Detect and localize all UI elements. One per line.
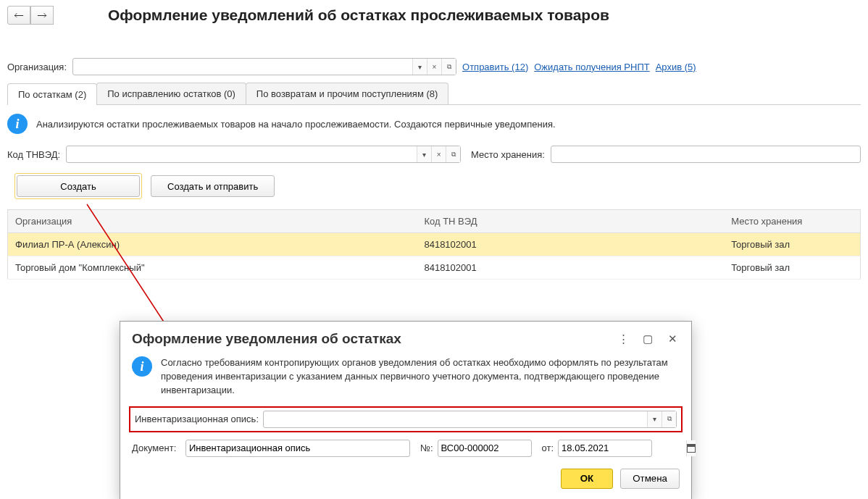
tab-corrections[interactable]: По исправлению остатков (0) — [96, 83, 246, 104]
tab-remains[interactable]: По остаткам (2) — [7, 83, 97, 105]
remains-table: Организация Код ТН ВЭД Место хранения Фи… — [7, 209, 861, 280]
tnved-clear-icon[interactable]: × — [431, 146, 446, 162]
page-title: Оформление уведомлений об остатках просл… — [108, 7, 609, 24]
cell-place: Торговый зал — [724, 256, 860, 280]
cell-org: Филиал ПР-А (Алексин) — [8, 233, 417, 256]
cell-org: Торговый дом "Комплексный" — [8, 256, 417, 280]
tab-returns[interactable]: По возвратам и прочим поступлениям (8) — [246, 83, 448, 104]
create-button[interactable]: Создать — [17, 175, 140, 197]
create-send-button[interactable]: Создать и отправить — [151, 175, 275, 197]
info-icon: i — [7, 114, 28, 134]
info-text: Анализируются остатки прослеживаемых тов… — [36, 119, 556, 130]
nav-forward-button[interactable]: 🡒 — [30, 6, 54, 25]
storage-input[interactable] — [551, 146, 860, 162]
table-row[interactable]: Филиал ПР-А (Алексин) 8418102001 Торговы… — [8, 233, 861, 256]
storage-label: Место хранения: — [471, 149, 545, 160]
link-await[interactable]: Ожидать получения РНПТ — [534, 62, 649, 72]
organization-dropdown-icon[interactable]: ▾ — [412, 59, 427, 75]
organization-label: Организация: — [7, 62, 67, 72]
col-place[interactable]: Место хранения — [724, 210, 860, 233]
tnved-input[interactable] — [67, 146, 417, 162]
tnved-open-icon[interactable]: ⧉ — [446, 146, 460, 162]
tnved-dropdown-icon[interactable]: ▾ — [417, 146, 431, 162]
cell-code: 8418102001 — [417, 233, 724, 256]
organization-open-icon[interactable]: ⧉ — [441, 59, 456, 75]
table-row[interactable]: Торговый дом "Комплексный" 8418102001 То… — [8, 256, 861, 280]
tnved-label: Код ТНВЭД: — [7, 149, 60, 160]
organization-input[interactable] — [73, 59, 412, 75]
link-send[interactable]: Отправить (12) — [462, 62, 528, 72]
col-code[interactable]: Код ТН ВЭД — [417, 210, 724, 233]
nav-back-button[interactable]: 🡐 — [7, 6, 30, 25]
link-archive[interactable]: Архив (5) — [656, 62, 696, 72]
cell-code: 8418102001 — [417, 256, 724, 280]
organization-clear-icon[interactable]: × — [427, 59, 441, 75]
cell-place: Торговый зал — [724, 233, 860, 256]
col-org[interactable]: Организация — [8, 210, 417, 233]
